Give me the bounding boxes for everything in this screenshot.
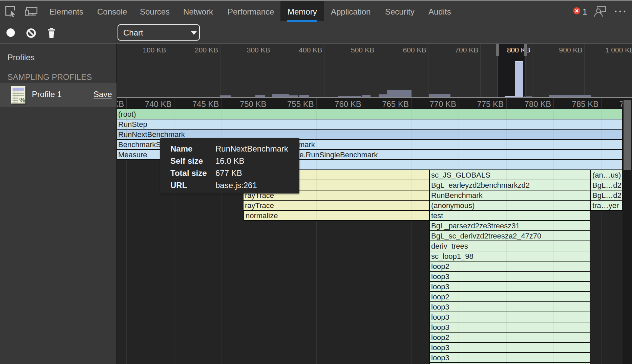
svg-text:%: % xyxy=(19,96,25,104)
